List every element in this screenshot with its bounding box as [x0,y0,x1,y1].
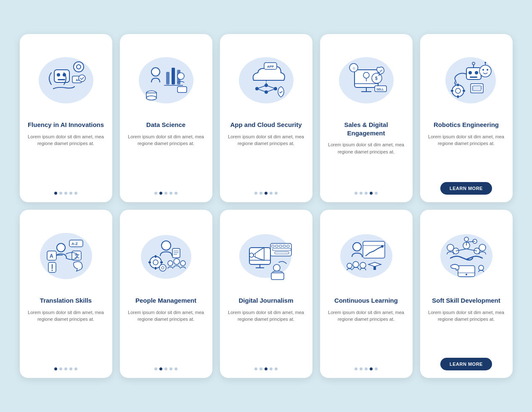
svg-point-45 [445,57,496,103]
svg-rect-4 [58,79,65,80]
dot-4[interactable] [74,192,77,195]
svg-point-124 [347,263,352,268]
svg-point-89 [153,260,158,265]
card-desc-robotics: Lorem ipsum dolor sit dim amet, mea regi… [428,133,505,177]
pagination-dots-people-mgmt [154,367,177,370]
pagination-dots-sales-digital [355,192,378,195]
card-desc-data-science: Lorem ipsum dolor sit dim amet, mea regi… [127,133,205,186]
dot-2[interactable] [164,192,167,195]
svg-rect-104 [283,245,286,247]
dot-4[interactable] [375,367,378,370]
svg-point-2 [57,73,60,77]
dot-2[interactable] [164,367,167,370]
card-desc-app-cloud: Lorem ipsum dolor sit dim amet, mea regi… [228,133,305,186]
dot-0[interactable] [355,367,357,370]
dot-3[interactable] [169,192,172,195]
card-journalism: Digital JournalismLorem ipsum dolor sit … [220,210,312,378]
dot-4[interactable] [175,367,177,370]
dot-0[interactable] [154,192,157,195]
svg-rect-49 [470,77,477,78]
dot-4[interactable] [275,192,278,195]
pagination-dots-ai-innovations [54,192,77,195]
dot-0[interactable] [54,192,57,195]
dot-4[interactable] [375,192,378,195]
svg-rect-84 [172,248,180,258]
svg-point-96 [174,259,180,264]
dot-2[interactable] [365,367,368,370]
dot-3[interactable] [370,192,373,195]
dot-2[interactable] [265,192,267,195]
card-desc-continuous: Lorem ipsum dolor sit dim amet, mea regi… [328,309,405,362]
svg-rect-64 [463,90,465,92]
card-translation: A 文 A-Z Translation SkillsLorem ipsum do… [20,210,112,378]
svg-point-116 [353,243,361,251]
dot-1[interactable] [159,192,162,195]
icon-area-sales-digital: $ SELL ☺ [328,42,405,114]
icon-area-people-mgmt [127,218,205,290]
dot-4[interactable] [175,192,177,195]
icon-area-soft-skill [428,218,505,290]
svg-point-113 [273,264,280,271]
svg-point-81 [51,270,53,271]
card-soft-skill: Soft Skill DevelopmentLorem ipsum dolor … [420,210,513,378]
icon-area-translation: A 文 A-Z [27,218,105,290]
dot-2[interactable] [64,192,67,195]
icon-area-ai-innovations: AI [27,42,105,114]
dot-3[interactable] [270,367,273,370]
dot-2[interactable] [365,192,368,195]
svg-rect-106 [273,248,291,251]
svg-point-136 [479,244,486,251]
svg-point-8 [77,65,81,69]
dot-2[interactable] [265,367,267,370]
svg-rect-90 [155,255,156,258]
dot-4[interactable] [275,367,278,370]
icon-area-journalism [228,218,305,290]
learn-more-button-robotics[interactable]: LEARN MORE [440,182,492,195]
dot-3[interactable] [370,367,373,370]
svg-point-67 [487,69,488,71]
dot-1[interactable] [360,367,363,370]
svg-point-140 [479,265,484,270]
svg-text:A: A [50,253,53,259]
dot-3[interactable] [270,192,273,195]
svg-rect-91 [155,267,156,269]
svg-point-20 [146,96,156,100]
dot-4[interactable] [74,367,77,370]
dot-1[interactable] [259,192,262,195]
dot-0[interactable] [54,367,57,370]
icon-area-robotics [428,42,505,114]
card-grid: AI Fluency in AI InnovationsLorem ipsum … [20,34,513,378]
dot-0[interactable] [254,367,257,370]
dot-0[interactable] [355,192,357,195]
card-title-data-science: Data Science [146,121,185,129]
learn-more-button-soft-skill[interactable]: LEARN MORE [440,358,492,370]
dot-2[interactable] [64,367,67,370]
svg-rect-53 [473,86,481,91]
dot-1[interactable] [259,367,262,370]
dot-0[interactable] [154,367,157,370]
card-title-journalism: Digital Journalism [238,296,293,305]
svg-point-122 [353,261,359,267]
card-desc-soft-skill: Lorem ipsum dolor sit dim amet, mea regi… [428,309,505,352]
svg-rect-61 [457,84,459,86]
pagination-dots-data-science [154,192,177,195]
dot-1[interactable] [59,192,62,195]
svg-point-83 [161,241,171,250]
svg-rect-107 [275,252,289,254]
card-robotics: Robotics EngineeringLorem ipsum dolor si… [420,34,513,202]
card-desc-people-mgmt: Lorem ipsum dolor sit dim amet, mea regi… [127,309,205,362]
card-continuous: Continuous LearningLorem ipsum dolor sit… [320,210,413,378]
dot-1[interactable] [360,192,363,195]
dot-0[interactable] [254,192,257,195]
card-desc-translation: Lorem ipsum dolor sit dim amet, mea regi… [27,309,105,362]
svg-rect-102 [275,245,278,247]
dot-3[interactable] [169,367,172,370]
card-title-robotics: Robotics Engineering [434,121,499,129]
svg-point-47 [468,71,472,74]
dot-3[interactable] [69,367,72,370]
dot-3[interactable] [69,192,72,195]
dot-1[interactable] [159,367,162,370]
svg-rect-13 [172,68,175,85]
dot-1[interactable] [59,367,62,370]
svg-rect-12 [166,72,169,85]
